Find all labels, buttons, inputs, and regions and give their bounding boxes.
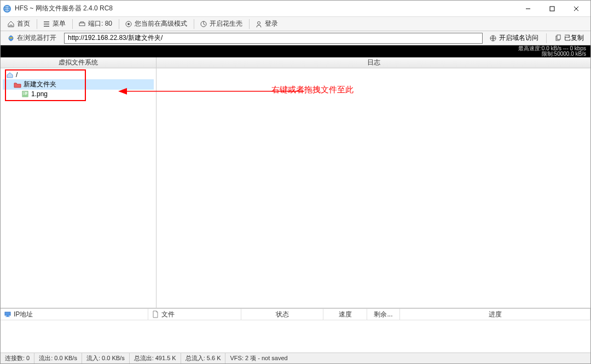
mode-label: 您当前在高级模式 (135, 19, 187, 28)
svg-rect-16 (5, 316, 10, 317)
domain-access-label: 开启域名访问 (499, 33, 538, 43)
mode-button[interactable]: 您当前在高级模式 (120, 18, 192, 30)
home-label: 首页 (17, 19, 30, 28)
globe-icon (489, 34, 497, 42)
log-header: 日志 (157, 57, 590, 68)
port-label: 端口: 80 (88, 19, 112, 28)
copied-button[interactable]: 已复制 (550, 32, 588, 44)
open-browser-button[interactable]: 在浏览器打开 (3, 32, 61, 44)
toolbar-separator (194, 19, 194, 29)
speed-graph: 最高速度:0.0 kB/s --- 0 kbps 限制:50000.0 kB/s (1, 45, 590, 57)
tree-root-label: / (16, 71, 18, 79)
address-toolbar: 在浏览器打开 开启域名访问 已复制 (1, 31, 590, 45)
vfs-header: 虚拟文件系统 (1, 57, 156, 68)
status-total-out: 总流出: 491.5 K (130, 353, 181, 363)
home-folder-icon (6, 71, 14, 79)
tree-file-label: 1.png (31, 90, 48, 98)
domain-access-button[interactable]: 开启域名访问 (485, 32, 543, 44)
login-button[interactable]: 登录 (251, 18, 282, 30)
svg-point-4 (128, 23, 130, 25)
list-header-remaining[interactable]: 剩余... (367, 309, 400, 320)
app-icon (3, 4, 11, 13)
svg-rect-9 (557, 35, 560, 39)
transfer-list: IP地址 文件 状态 速度 剩余... 进度 (1, 308, 590, 353)
list-header-speed[interactable]: 速度 (323, 309, 367, 320)
toolbar-separator (119, 19, 119, 29)
home-button[interactable]: 首页 (3, 18, 34, 30)
mode-icon (125, 20, 132, 28)
browser-icon (7, 34, 15, 42)
copied-label: 已复制 (564, 33, 584, 43)
login-icon (255, 20, 263, 28)
folder-icon (14, 81, 21, 89)
port-icon (78, 20, 86, 28)
tree-folder[interactable]: 新建文件夹 (3, 79, 154, 90)
menu-icon (43, 20, 50, 28)
log-panel: 日志 右键或者拖拽文件至此 (157, 57, 590, 308)
list-header-ip[interactable]: IP地址 (1, 309, 148, 320)
svg-point-6 (258, 21, 260, 24)
login-label: 登录 (265, 19, 278, 28)
file-icon (152, 310, 159, 318)
close-button[interactable] (564, 1, 588, 16)
list-header-status[interactable]: 状态 (241, 309, 323, 320)
port-button[interactable]: 端口: 80 (74, 18, 117, 30)
peanut-button[interactable]: 开启花生壳 (195, 18, 247, 30)
window-title: HFS ~ 网络文件服务器 2.4.0 RC8 (15, 4, 516, 13)
list-header-row: IP地址 文件 状态 速度 剩余... 进度 (1, 309, 590, 320)
toolbar-separator (72, 19, 73, 29)
image-file-icon (21, 90, 29, 98)
list-header-file[interactable]: 文件 (148, 309, 241, 320)
open-browser-label: 在浏览器打开 (17, 33, 56, 43)
tree-root[interactable]: / (3, 71, 154, 79)
copy-icon (554, 34, 562, 42)
vfs-tree[interactable]: / 新建文件夹 1.png (1, 68, 156, 308)
toolbar-separator (546, 33, 547, 43)
network-icon (4, 310, 11, 318)
speed-limit: 限制:50000.0 kB/s (518, 51, 586, 57)
main-content: 虚拟文件系统 / 新建文件夹 1.png 日志 右键或者拖拽文 (1, 57, 590, 308)
menu-label: 菜单 (53, 19, 66, 28)
svg-rect-15 (7, 315, 9, 316)
list-header-progress[interactable]: 进度 (400, 309, 590, 320)
address-input[interactable] (64, 33, 483, 44)
toolbar-separator (37, 19, 37, 29)
status-out: 流出: 0.0 KB/s (34, 353, 82, 363)
svg-rect-2 (79, 23, 85, 26)
annotation-text: 右键或者拖拽文件至此 (271, 85, 354, 95)
log-area[interactable]: 右键或者拖拽文件至此 (157, 68, 590, 308)
status-in: 流入: 0.0 KB/s (82, 353, 130, 363)
minimize-button[interactable] (516, 1, 540, 16)
status-vfs: VFS: 2 项 - not saved (225, 353, 292, 363)
svg-rect-1 (550, 7, 554, 11)
status-total-in: 总流入: 5.6 K (181, 353, 226, 363)
tree-file[interactable]: 1.png (3, 90, 154, 98)
vfs-panel: 虚拟文件系统 / 新建文件夹 1.png (1, 57, 157, 308)
status-connections: 连接数: 0 (1, 353, 34, 363)
svg-point-11 (24, 92, 25, 93)
tree-folder-label: 新建文件夹 (24, 80, 56, 89)
statusbar: 连接数: 0 流出: 0.0 KB/s 流入: 0.0 KB/s 总流出: 49… (1, 353, 590, 363)
home-icon (7, 20, 15, 28)
list-body[interactable] (1, 320, 590, 353)
menu-button[interactable]: 菜单 (38, 18, 70, 30)
maximize-button[interactable] (540, 1, 564, 16)
peanut-label: 开启花生壳 (210, 19, 242, 28)
toolbar-separator (249, 19, 250, 29)
svg-rect-14 (5, 312, 10, 315)
peanut-icon (200, 20, 207, 28)
window-titlebar: HFS ~ 网络文件服务器 2.4.0 RC8 (1, 1, 590, 17)
main-toolbar: 首页 菜单 端口: 80 您当前在高级模式 开启花生壳 登录 (1, 17, 590, 31)
